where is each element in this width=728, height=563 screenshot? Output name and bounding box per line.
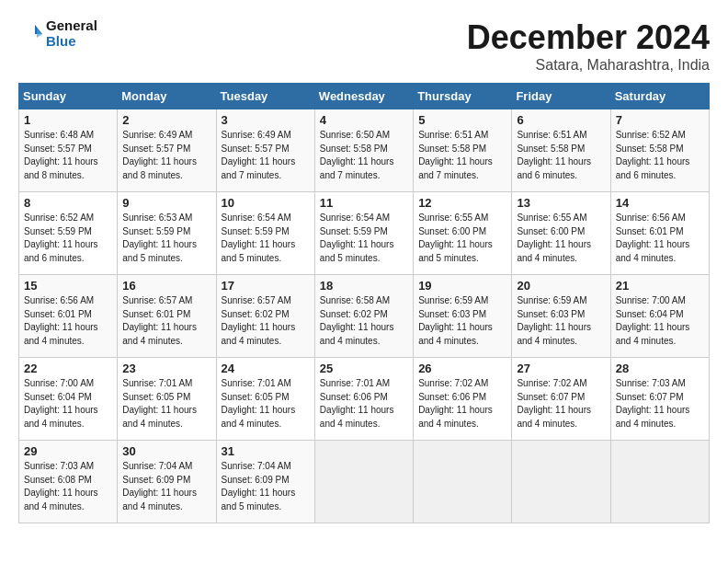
day-number: 23 xyxy=(122,362,210,375)
calendar-cell: 30Sunrise: 7:04 AMSunset: 6:09 PMDayligh… xyxy=(118,441,216,523)
day-number: 28 xyxy=(616,362,704,375)
location-subtitle: Satara, Maharashtra, India xyxy=(467,57,710,74)
day-info: Sunrise: 6:55 AMSunset: 6:00 PMDaylight:… xyxy=(517,212,605,265)
day-info: Sunrise: 7:03 AMSunset: 6:07 PMDaylight:… xyxy=(616,377,704,431)
day-number: 4 xyxy=(320,113,408,127)
calendar-cell xyxy=(610,441,709,523)
calendar-cell: 13Sunrise: 6:55 AMSunset: 6:00 PMDayligh… xyxy=(512,192,610,275)
day-info: Sunrise: 6:58 AMSunset: 6:02 PMDaylight:… xyxy=(320,294,408,348)
day-info: Sunrise: 6:54 AMSunset: 5:59 PMDaylight:… xyxy=(222,212,310,265)
calendar-cell: 18Sunrise: 6:58 AMSunset: 6:02 PMDayligh… xyxy=(314,275,413,358)
day-number: 18 xyxy=(320,279,408,293)
calendar-cell: 21Sunrise: 7:00 AMSunset: 6:04 PMDayligh… xyxy=(610,275,709,358)
day-number: 13 xyxy=(517,196,605,210)
day-number: 9 xyxy=(122,196,210,210)
calendar-cell: 17Sunrise: 6:57 AMSunset: 6:02 PMDayligh… xyxy=(216,275,314,358)
day-number: 21 xyxy=(616,279,704,293)
day-info: Sunrise: 6:51 AMSunset: 5:58 PMDaylight:… xyxy=(418,129,506,182)
calendar-table: SundayMondayTuesdayWednesdayThursdayFrid… xyxy=(18,83,710,523)
calendar-cell: 3Sunrise: 6:49 AMSunset: 5:57 PMDaylight… xyxy=(216,109,314,192)
day-number: 12 xyxy=(418,196,506,210)
weekday-header: Monday xyxy=(118,84,216,109)
day-info: Sunrise: 7:04 AMSunset: 6:09 PMDaylight:… xyxy=(222,460,310,513)
calendar-body: 1Sunrise: 6:48 AMSunset: 5:57 PMDaylight… xyxy=(19,109,710,523)
day-info: Sunrise: 6:54 AMSunset: 5:59 PMDaylight:… xyxy=(320,212,408,265)
calendar-cell: 22Sunrise: 7:00 AMSunset: 6:04 PMDayligh… xyxy=(19,358,118,441)
day-info: Sunrise: 6:57 AMSunset: 6:01 PMDaylight:… xyxy=(122,294,210,348)
calendar-cell: 28Sunrise: 7:03 AMSunset: 6:07 PMDayligh… xyxy=(610,358,709,441)
day-info: Sunrise: 7:01 AMSunset: 6:05 PMDaylight:… xyxy=(122,377,210,431)
logo-container: General Blue xyxy=(18,18,97,49)
calendar-cell: 2Sunrise: 6:49 AMSunset: 5:57 PMDaylight… xyxy=(118,109,216,192)
weekday-header: Thursday xyxy=(414,84,512,109)
weekday-header: Wednesday xyxy=(314,84,413,109)
day-number: 10 xyxy=(222,196,310,210)
logo-bird-icon xyxy=(18,21,44,47)
day-info: Sunrise: 7:01 AMSunset: 6:05 PMDaylight:… xyxy=(222,377,310,431)
calendar-cell: 5Sunrise: 6:51 AMSunset: 5:58 PMDaylight… xyxy=(414,109,512,192)
day-info: Sunrise: 6:49 AMSunset: 5:57 PMDaylight:… xyxy=(122,129,210,182)
day-info: Sunrise: 6:48 AMSunset: 5:57 PMDaylight:… xyxy=(24,129,112,182)
day-number: 30 xyxy=(122,444,210,458)
day-number: 17 xyxy=(222,279,310,293)
calendar-cell xyxy=(414,441,512,523)
calendar-cell: 9Sunrise: 6:53 AMSunset: 5:59 PMDaylight… xyxy=(118,192,216,275)
calendar-header: SundayMondayTuesdayWednesdayThursdayFrid… xyxy=(19,84,710,109)
day-number: 14 xyxy=(616,196,704,210)
day-number: 25 xyxy=(320,362,408,375)
day-number: 20 xyxy=(517,279,605,293)
day-info: Sunrise: 6:49 AMSunset: 5:57 PMDaylight:… xyxy=(222,129,310,182)
day-number: 22 xyxy=(24,362,112,375)
day-number: 11 xyxy=(320,196,408,210)
day-number: 26 xyxy=(418,362,506,375)
day-number: 29 xyxy=(24,444,112,458)
calendar-cell: 20Sunrise: 6:59 AMSunset: 6:03 PMDayligh… xyxy=(512,275,610,358)
day-number: 2 xyxy=(122,113,210,127)
day-info: Sunrise: 6:59 AMSunset: 6:03 PMDaylight:… xyxy=(418,294,506,348)
calendar-cell: 4Sunrise: 6:50 AMSunset: 5:58 PMDaylight… xyxy=(314,109,413,192)
title-block: December 2024 Satara, Maharashtra, India xyxy=(467,18,710,74)
day-number: 15 xyxy=(24,279,112,293)
calendar-cell: 25Sunrise: 7:01 AMSunset: 6:06 PMDayligh… xyxy=(314,358,413,441)
day-number: 31 xyxy=(222,444,310,458)
day-number: 6 xyxy=(517,113,605,127)
day-info: Sunrise: 6:57 AMSunset: 6:02 PMDaylight:… xyxy=(222,294,310,348)
calendar-week-row: 8Sunrise: 6:52 AMSunset: 5:59 PMDaylight… xyxy=(19,192,710,275)
calendar-cell: 11Sunrise: 6:54 AMSunset: 5:59 PMDayligh… xyxy=(314,192,413,275)
calendar-cell: 24Sunrise: 7:01 AMSunset: 6:05 PMDayligh… xyxy=(216,358,314,441)
logo: General Blue xyxy=(18,18,97,49)
day-info: Sunrise: 6:56 AMSunset: 6:01 PMDaylight:… xyxy=(24,294,112,348)
day-number: 16 xyxy=(122,279,210,293)
day-number: 3 xyxy=(222,113,310,127)
day-info: Sunrise: 7:02 AMSunset: 6:06 PMDaylight:… xyxy=(418,377,506,431)
day-number: 1 xyxy=(24,113,112,127)
calendar-cell: 14Sunrise: 6:56 AMSunset: 6:01 PMDayligh… xyxy=(610,192,709,275)
day-number: 24 xyxy=(222,362,310,375)
calendar-week-row: 15Sunrise: 6:56 AMSunset: 6:01 PMDayligh… xyxy=(19,275,710,358)
weekday-header: Saturday xyxy=(610,84,709,109)
day-number: 19 xyxy=(418,279,506,293)
calendar-cell: 10Sunrise: 6:54 AMSunset: 5:59 PMDayligh… xyxy=(216,192,314,275)
weekday-header: Sunday xyxy=(19,84,118,109)
day-info: Sunrise: 6:53 AMSunset: 5:59 PMDaylight:… xyxy=(122,212,210,265)
calendar-week-row: 29Sunrise: 7:03 AMSunset: 6:08 PMDayligh… xyxy=(19,441,710,523)
calendar-cell xyxy=(512,441,610,523)
day-info: Sunrise: 7:04 AMSunset: 6:09 PMDaylight:… xyxy=(122,460,210,513)
day-number: 5 xyxy=(418,113,506,127)
day-info: Sunrise: 6:59 AMSunset: 6:03 PMDaylight:… xyxy=(517,294,605,348)
logo-text: General Blue xyxy=(46,18,97,49)
day-info: Sunrise: 6:51 AMSunset: 5:58 PMDaylight:… xyxy=(517,129,605,182)
calendar-cell: 16Sunrise: 6:57 AMSunset: 6:01 PMDayligh… xyxy=(118,275,216,358)
day-info: Sunrise: 7:00 AMSunset: 6:04 PMDaylight:… xyxy=(616,294,704,348)
day-info: Sunrise: 7:00 AMSunset: 6:04 PMDaylight:… xyxy=(24,377,112,431)
calendar-cell: 31Sunrise: 7:04 AMSunset: 6:09 PMDayligh… xyxy=(216,441,314,523)
calendar-cell: 23Sunrise: 7:01 AMSunset: 6:05 PMDayligh… xyxy=(118,358,216,441)
calendar-cell: 26Sunrise: 7:02 AMSunset: 6:06 PMDayligh… xyxy=(414,358,512,441)
calendar-cell: 27Sunrise: 7:02 AMSunset: 6:07 PMDayligh… xyxy=(512,358,610,441)
day-number: 7 xyxy=(616,113,704,127)
calendar-week-row: 22Sunrise: 7:00 AMSunset: 6:04 PMDayligh… xyxy=(19,358,710,441)
weekday-header: Friday xyxy=(512,84,610,109)
day-info: Sunrise: 7:01 AMSunset: 6:06 PMDaylight:… xyxy=(320,377,408,431)
calendar-cell: 29Sunrise: 7:03 AMSunset: 6:08 PMDayligh… xyxy=(19,441,118,523)
calendar-cell: 12Sunrise: 6:55 AMSunset: 6:00 PMDayligh… xyxy=(414,192,512,275)
